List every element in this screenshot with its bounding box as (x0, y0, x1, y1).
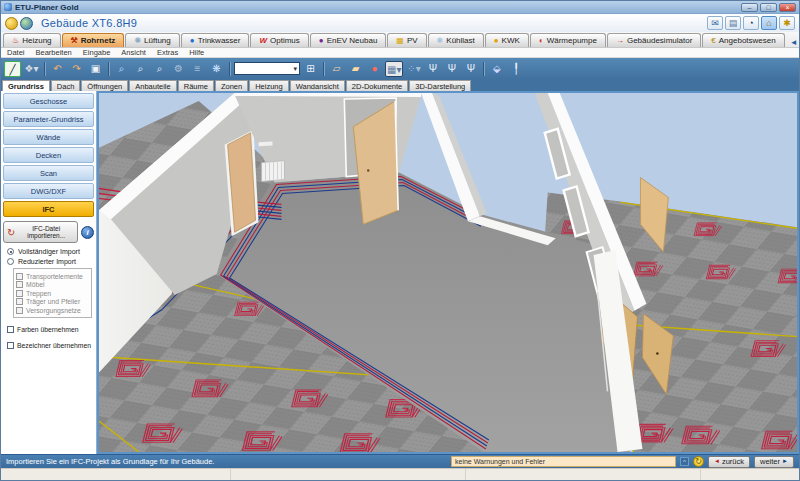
check-bezeichner-uebernehmen[interactable]: Bezeichner übernehmen (7, 342, 94, 349)
sidebar-item-parameter-grundriss[interactable]: Parameter-Grundriss (3, 111, 94, 127)
menu-bearbeiten[interactable]: Bearbeiten (36, 48, 72, 57)
tab-scroll-left-icon[interactable]: ◄ (790, 38, 798, 47)
reduced-import-options: Transportelemente Möbel Treppen Träger u… (13, 268, 92, 318)
menu-eingabe[interactable]: Eingabe (83, 48, 111, 57)
trinkwasser-icon: ● (190, 37, 195, 45)
support-icon[interactable]: ✱ (779, 16, 795, 30)
check-versorgungsnetze[interactable]: Versorgungsnetze (16, 307, 89, 314)
angebotswesen-icon: € (711, 37, 715, 45)
radio-icon (7, 258, 14, 265)
background-image-icon[interactable]: ▦▾ (385, 61, 403, 77)
redo-icon[interactable]: ↷ (68, 61, 85, 77)
menu-hilfe[interactable]: Hilfe (189, 48, 204, 57)
sidebar-item-dwg-dxf[interactable]: DWG/DXF (3, 183, 94, 199)
settings-gear-icon[interactable]: ⚙ (170, 61, 187, 77)
tab-2d-dokumente[interactable]: 2D-Dokumente (346, 80, 408, 91)
tab-heizung[interactable]: ♨Heizung (3, 33, 61, 47)
next-button[interactable]: weiter ► (754, 456, 794, 468)
tab-anbauteile[interactable]: Anbauteile (129, 80, 176, 91)
tab-3d-darstellung[interactable]: 3D-Darstellung (409, 80, 471, 91)
tab-pv[interactable]: ▦PV (387, 33, 426, 47)
radio-full-import[interactable]: Vollständiger Import (7, 248, 94, 255)
title-bar[interactable]: ETU-Planer Gold – □ × (1, 1, 799, 14)
tab-dach[interactable]: Dach (51, 80, 81, 91)
maximize-button[interactable]: □ (760, 3, 777, 12)
coin-icon[interactable] (5, 17, 18, 30)
copy-icon[interactable]: ▣ (87, 61, 104, 77)
tab-grundriss[interactable]: Grundriss (2, 80, 50, 91)
check-farben-uebernehmen[interactable]: Farben übernehmen (7, 326, 94, 333)
zoom-out-icon[interactable]: ⌕ (151, 61, 168, 77)
star-icon[interactable]: ❋ (208, 61, 225, 77)
check-traeger-und-pfeiler[interactable]: Träger und Pfeiler (16, 298, 89, 305)
import-icon: ↻ (7, 227, 15, 238)
spray-icon[interactable]: ╿ (507, 61, 524, 77)
info-icon[interactable]: i (81, 226, 94, 239)
list-icon[interactable]: ≡ (189, 61, 206, 77)
tab-gebaeudesimulator[interactable]: →Gebäudesimulator (607, 33, 701, 47)
open-folder-icon[interactable]: ▰ (347, 61, 364, 77)
draw-line-icon[interactable]: ╱ (4, 61, 21, 77)
tab-angebotswesen[interactable]: €Angebotswesen (702, 33, 784, 47)
app-icon (4, 3, 12, 11)
3d-viewport[interactable] (97, 91, 799, 454)
close-button[interactable]: × (779, 3, 796, 12)
tab-raeume[interactable]: Räume (178, 80, 214, 91)
tab-trinkwasser[interactable]: ●Trinkwasser (181, 33, 250, 47)
warnings-box[interactable]: keine Warnungen und Fehler (451, 456, 676, 467)
sidebar-item-scan[interactable]: Scan (3, 165, 94, 181)
tab-optimus[interactable]: WOptimus (250, 33, 308, 47)
record-icon[interactable]: ● (366, 61, 383, 77)
sidebar-item-decken[interactable]: Decken (3, 147, 94, 163)
sidebar-item-waende[interactable]: Wände (3, 129, 94, 145)
menu-ansicht[interactable]: Ansicht (121, 48, 146, 57)
minimize-button[interactable]: – (741, 3, 758, 12)
tab-enev-neubau[interactable]: ●EnEV Neubau (310, 33, 387, 47)
ruler-icon[interactable]: ⊞ (302, 61, 319, 77)
gebaeudesimulator-icon: → (616, 37, 624, 45)
pv-icon: ▦ (396, 37, 404, 45)
collapse-button[interactable]: ^ (680, 457, 689, 466)
ifc-import-button[interactable]: ↻ IFC-Datei importieren... (3, 221, 78, 243)
globe-icon[interactable] (20, 17, 33, 30)
pipe-tree-2-icon[interactable]: Ψ (443, 61, 460, 77)
check-treppen[interactable]: Treppen (16, 290, 89, 297)
tab-kwk[interactable]: ●KWK (485, 33, 529, 47)
tab-wandansicht[interactable]: Wandansicht (290, 80, 345, 91)
kuehllast-icon: ❄ (437, 37, 444, 45)
back-button[interactable]: ◄ zurück (708, 456, 750, 468)
sidebar-item-ifc[interactable]: IFC (3, 201, 94, 217)
undo-icon[interactable]: ↶ (49, 61, 66, 77)
back-arrow-icon: ◄ (714, 456, 720, 467)
tab-oeffnungen[interactable]: Öffnungen (81, 80, 128, 91)
scale-combobox[interactable]: ▾ (234, 62, 300, 75)
3d-scene[interactable] (99, 93, 797, 452)
mail-icon[interactable]: ✉ (707, 16, 723, 30)
menu-datei[interactable]: Datei (7, 48, 25, 57)
radio-reduced-import[interactable]: Reduzierter Import (7, 258, 94, 265)
refresh-icon[interactable]: ↻ (693, 456, 704, 467)
tab-heizung-sub[interactable]: Heizung (249, 80, 289, 91)
tab-lueftung[interactable]: ❋Lüftung (125, 33, 179, 47)
notes-icon[interactable]: ▤ (725, 16, 741, 30)
world-icon[interactable]: ◔ (743, 16, 759, 30)
zoom-in-icon[interactable]: ⌕ (132, 61, 149, 77)
shapes-dropdown-icon[interactable]: ❖▾ (23, 61, 40, 77)
box-3d-icon[interactable]: ⬙ (488, 61, 505, 77)
check-transportelemente[interactable]: Transportelemente (16, 273, 89, 280)
menu-extras[interactable]: Extras (157, 48, 178, 57)
tab-kuehllast[interactable]: ❄Kühllast (428, 33, 484, 47)
zoom-fit-icon[interactable]: ⌕ (113, 61, 130, 77)
view-tab-bar: Grundriss Dach Öffnungen Anbauteile Räum… (1, 79, 799, 91)
check-moebel[interactable]: Möbel (16, 281, 89, 288)
open-project-icon[interactable]: ▱ (328, 61, 345, 77)
sidebar-item-geschosse[interactable]: Geschosse (3, 93, 94, 109)
status-bar: Importieren Sie ein IFC-Projekt als Grun… (1, 454, 799, 468)
home-icon[interactable]: ⌂ (761, 16, 777, 30)
tab-waermepumpe[interactable]: ◐Wärmepumpe (530, 33, 606, 47)
tab-rohrnetz[interactable]: ⚒Rohrnetz (62, 33, 125, 47)
pipe-tree-icon[interactable]: Ψ (424, 61, 441, 77)
pipe-tree-3-icon[interactable]: Ψ (462, 61, 479, 77)
tab-zonen[interactable]: Zonen (215, 80, 248, 91)
grid-dropdown-icon[interactable]: ⁘▾ (405, 61, 422, 77)
